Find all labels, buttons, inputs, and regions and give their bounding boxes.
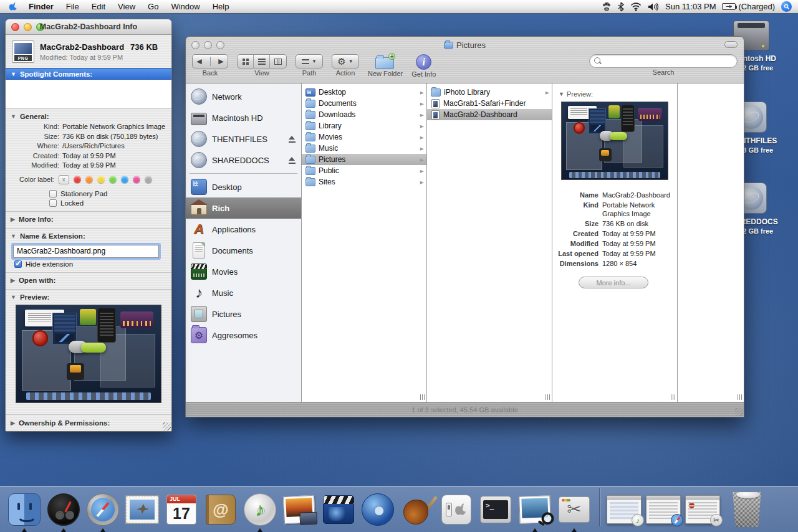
- sidebar-item-music[interactable]: ♪ Music: [186, 282, 301, 303]
- path-button[interactable]: ▼: [296, 54, 323, 69]
- list-item-movies[interactable]: Movies ▶: [302, 131, 426, 143]
- paw-icon[interactable]: [602, 2, 612, 12]
- color-label-clear-button[interactable]: x: [59, 175, 69, 184]
- zoom-button[interactable]: [216, 41, 224, 49]
- color-label-yellow[interactable]: [97, 176, 105, 183]
- search-input[interactable]: [589, 54, 738, 68]
- preview-header[interactable]: ▼ Preview:: [552, 87, 677, 100]
- menu-edit[interactable]: Edit: [85, 0, 112, 13]
- dock-item-address-book[interactable]: @: [203, 492, 239, 528]
- icon-view-button[interactable]: [238, 55, 254, 68]
- color-label-green[interactable]: [109, 176, 117, 183]
- preview-header[interactable]: ▼ Preview:: [11, 292, 166, 302]
- dock-item-preview[interactable]: [517, 492, 553, 528]
- dock-item-grab[interactable]: ✂: [556, 492, 592, 528]
- color-label-pink[interactable]: [133, 176, 140, 183]
- menu-finder[interactable]: Finder: [22, 0, 60, 13]
- sidebar-item-macintosh-hd[interactable]: Macintosh HD: [186, 107, 301, 128]
- window-resize-grip[interactable]: [163, 422, 171, 430]
- list-item-music[interactable]: Music ▶: [302, 143, 426, 154]
- menu-go[interactable]: Go: [142, 0, 165, 13]
- section-open-with[interactable]: ▶ Open with:: [6, 273, 171, 290]
- color-label-blue[interactable]: [121, 176, 128, 183]
- list-item-iphoto-library[interactable]: iPhoto Library ▶: [427, 87, 552, 98]
- dock-item-safari[interactable]: [85, 492, 121, 528]
- list-item-sites[interactable]: Sites ▶: [302, 176, 426, 188]
- list-item-documents[interactable]: Documents ▶: [302, 98, 426, 109]
- view-switcher[interactable]: [237, 54, 287, 69]
- sidebar-item-thenthfiles[interactable]: THENTHFILES: [186, 128, 301, 150]
- menu-bar-clock[interactable]: Sun 11:03 PM: [665, 2, 716, 11]
- battery-status[interactable]: (Charged): [722, 2, 775, 11]
- dock-item-dashboard[interactable]: [46, 492, 82, 528]
- sidebar-item-pictures[interactable]: Pictures: [186, 303, 301, 325]
- section-more-info[interactable]: ▶ More Info:: [6, 212, 171, 229]
- sidebar-item-shareddocs[interactable]: SHAREDDOCS: [186, 150, 301, 171]
- spotlight-icon[interactable]: [781, 1, 792, 12]
- list-item-library[interactable]: Library ▶: [302, 120, 426, 131]
- menu-help[interactable]: Help: [206, 0, 236, 13]
- section-ownership[interactable]: ▶ Ownership & Permissions:: [6, 414, 171, 431]
- section-spotlight-comments[interactable]: ▼ Spotlight Comments:: [6, 68, 171, 80]
- column-resize-handle[interactable]: [420, 394, 425, 400]
- finder-titlebar[interactable]: Pictures: [186, 37, 744, 53]
- sidebar-item-network[interactable]: Network: [186, 86, 301, 107]
- list-item-pictures[interactable]: Pictures ▶: [302, 154, 426, 165]
- sidebar-item-applications[interactable]: A Applications: [186, 219, 301, 240]
- dock-item-terminal[interactable]: >_: [478, 492, 514, 528]
- back-forward-buttons[interactable]: ◀ ▶: [192, 54, 228, 69]
- menu-view[interactable]: View: [112, 0, 142, 13]
- eject-icon[interactable]: [288, 136, 296, 143]
- general-header[interactable]: ▼ General:: [11, 112, 166, 121]
- dock-item-finder[interactable]: [6, 492, 42, 528]
- action-button[interactable]: ⚙ ▼: [332, 54, 359, 69]
- dock-item-idvd[interactable]: [360, 492, 396, 528]
- dock-item-trash[interactable]: [728, 492, 764, 528]
- dock-minimized-safari-window[interactable]: [645, 492, 681, 528]
- color-label-orange[interactable]: [85, 176, 93, 183]
- list-item-desktop[interactable]: Desktop ▶: [302, 87, 426, 98]
- spotlight-comments-input[interactable]: [6, 80, 171, 109]
- bluetooth-icon[interactable]: [618, 2, 624, 12]
- hide-extension-checkbox[interactable]: [14, 260, 22, 268]
- list-item-public[interactable]: Public ▶: [302, 165, 426, 176]
- dock-item-system-preferences[interactable]: [438, 492, 474, 528]
- wifi-icon[interactable]: [630, 2, 642, 12]
- column-resize-handle[interactable]: [671, 394, 675, 400]
- dock-item-imovie[interactable]: [320, 492, 357, 528]
- info-titlebar[interactable]: MacGrab2-Dashboard Info: [6, 19, 171, 35]
- stationery-pad-checkbox[interactable]: [49, 190, 57, 197]
- column-resize-handle[interactable]: [546, 394, 550, 400]
- new-folder-button[interactable]: +: [375, 54, 395, 69]
- sidebar-item-desktop[interactable]: Desktop: [186, 176, 301, 197]
- sidebar-item-aggresomes[interactable]: Aggresomes: [186, 325, 301, 346]
- close-button[interactable]: [191, 41, 200, 49]
- color-label-red[interactable]: [74, 176, 81, 183]
- column-view-button[interactable]: [270, 55, 286, 68]
- dock-item-ical[interactable]: JUL 17: [163, 492, 200, 528]
- dock-item-iphoto[interactable]: [281, 492, 317, 528]
- back-arrow-icon[interactable]: ◀: [196, 57, 201, 65]
- sidebar-item-movies[interactable]: Movies: [186, 261, 301, 282]
- more-info-button[interactable]: More info...: [579, 277, 648, 288]
- dock-item-garageband[interactable]: [399, 492, 435, 528]
- list-item-downloads[interactable]: Downloads ▶: [302, 109, 426, 120]
- dock-minimized-itunes-window[interactable]: ♪: [606, 492, 642, 528]
- menu-window[interactable]: Window: [165, 0, 206, 13]
- eject-icon[interactable]: [288, 157, 296, 164]
- dock-minimized-grab-window[interactable]: ✂: [685, 492, 721, 528]
- list-view-button[interactable]: [254, 55, 270, 68]
- menu-file[interactable]: File: [60, 0, 85, 13]
- toolbar-toggle-pill[interactable]: [724, 41, 738, 48]
- locked-checkbox[interactable]: [49, 199, 57, 207]
- volume-icon[interactable]: [648, 2, 659, 12]
- sidebar-item-documents[interactable]: Documents: [186, 240, 301, 261]
- get-info-button[interactable]: i: [416, 54, 431, 70]
- apple-menu-icon[interactable]: [9, 2, 19, 12]
- column-resize-handle[interactable]: [738, 394, 742, 400]
- list-item-macgrab2[interactable]: MacGrab2-Dashboard: [427, 109, 552, 120]
- sidebar-item-rich[interactable]: Rich: [186, 197, 301, 219]
- window-resize-grip[interactable]: [735, 408, 743, 416]
- name-extension-header[interactable]: ▼ Name & Extension:: [11, 231, 166, 241]
- list-item-macgrab1[interactable]: MacGrab1-Safari+Finder: [427, 98, 552, 109]
